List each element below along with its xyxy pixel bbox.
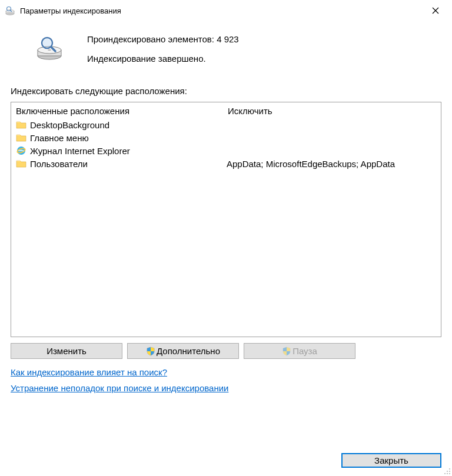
table-row[interactable]: Журнал Internet Explorer bbox=[11, 144, 441, 157]
footer: Закрыть bbox=[341, 453, 441, 468]
folder-icon bbox=[16, 119, 26, 130]
ie-icon bbox=[16, 145, 26, 156]
window-title: Параметры индексирования bbox=[20, 6, 424, 15]
modify-button[interactable]: Изменить bbox=[11, 343, 122, 359]
svg-point-10 bbox=[48, 49, 51, 51]
locations-list[interactable]: Включенные расположения Исключить Deskto… bbox=[11, 102, 441, 337]
close-icon bbox=[432, 7, 439, 14]
svg-point-12 bbox=[43, 39, 51, 47]
column-header-included[interactable]: Включенные расположения bbox=[16, 106, 228, 116]
column-header-excluded[interactable]: Исключить bbox=[228, 106, 436, 116]
location-name: Главное меню bbox=[30, 133, 227, 143]
status-area: Проиндексировано элементов: 4 923 Индекс… bbox=[0, 21, 452, 81]
location-name: DesktopBackground bbox=[30, 120, 227, 130]
indexed-count-label: Проиндексировано элементов: 4 923 bbox=[87, 33, 239, 44]
location-name: Журнал Internet Explorer bbox=[30, 146, 227, 156]
titlebar: Параметры индексирования bbox=[0, 0, 452, 21]
svg-point-18 bbox=[449, 471, 450, 472]
button-row: Изменить Дополнительно Пауза bbox=[11, 343, 441, 359]
location-excluded: AppData; MicrosoftEdgeBackups; AppData bbox=[227, 159, 436, 169]
pause-button-label: Пауза bbox=[293, 346, 317, 356]
drive-search-icon bbox=[35, 36, 64, 61]
links-area: Как индексирование влияет на поиск? Устр… bbox=[0, 362, 452, 399]
pause-button: Пауза bbox=[244, 343, 355, 359]
advanced-button-label: Дополнительно bbox=[157, 346, 220, 356]
table-header: Включенные расположения Исключить bbox=[11, 102, 441, 118]
advanced-button[interactable]: Дополнительно bbox=[127, 343, 239, 359]
table-row[interactable]: Главное меню bbox=[11, 131, 441, 144]
locations-section-label: Индексировать следующие расположения: bbox=[0, 81, 452, 102]
svg-point-19 bbox=[444, 473, 446, 474]
uac-shield-icon bbox=[146, 347, 155, 356]
svg-point-20 bbox=[447, 473, 448, 474]
table-row[interactable]: DesktopBackground bbox=[11, 118, 441, 131]
troubleshoot-link[interactable]: Устранение неполадок при поиске и индекс… bbox=[11, 383, 228, 393]
indexing-status-label: Индексирование завершено. bbox=[87, 54, 239, 64]
how-indexing-affects-link[interactable]: Как индексирование влияет на поиск? bbox=[11, 367, 167, 377]
close-button[interactable]: Закрыть bbox=[341, 453, 441, 468]
folder-icon bbox=[16, 132, 26, 143]
table-row[interactable]: ПользователиAppData; MicrosoftEdgeBackup… bbox=[11, 157, 441, 170]
folder-icon bbox=[16, 158, 26, 169]
indexing-options-icon bbox=[5, 5, 15, 16]
svg-point-17 bbox=[447, 471, 448, 472]
close-window-button[interactable] bbox=[424, 2, 447, 19]
uac-shield-icon-disabled bbox=[282, 347, 291, 356]
resize-grip[interactable] bbox=[444, 468, 451, 475]
location-name: Пользователи bbox=[30, 159, 227, 169]
svg-point-21 bbox=[449, 473, 450, 474]
svg-point-16 bbox=[449, 468, 450, 470]
